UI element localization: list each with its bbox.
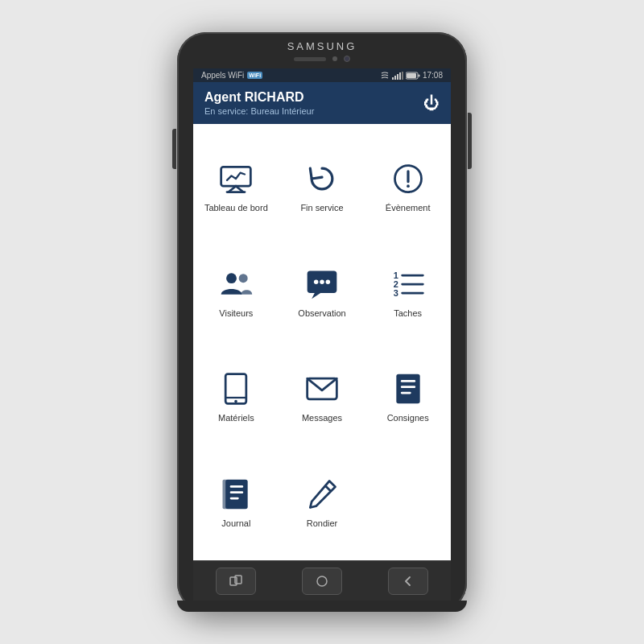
- list-icon: 1 2 3: [389, 265, 427, 303]
- phone-bottom-edge: [177, 601, 467, 612]
- svg-point-18: [320, 279, 324, 284]
- svg-text:3: 3: [393, 287, 398, 297]
- menu-item-consignes[interactable]: Consignes: [365, 342, 451, 448]
- menu-grid: Tableau de bord Fin service: [193, 124, 451, 560]
- menu-label-visiteurs: Visiteurs: [219, 308, 253, 318]
- svg-point-28: [234, 400, 237, 403]
- svg-rect-7: [418, 74, 419, 76]
- svg-point-12: [407, 185, 410, 188]
- svg-rect-37: [230, 491, 244, 493]
- menu-label-journal: Journal: [221, 518, 250, 528]
- menu-item-evenement[interactable]: Évènement: [365, 132, 451, 237]
- menu-item-messages[interactable]: Messages: [279, 342, 365, 448]
- svg-rect-2: [397, 74, 398, 80]
- phone-screen: Appels WiFi WiFi: [193, 68, 451, 560]
- svg-point-19: [326, 279, 331, 284]
- header-text: Agent RICHARD En service: Bureau Intérie…: [204, 90, 423, 116]
- svg-rect-6: [407, 73, 416, 78]
- menu-label-fin-service: Fin service: [300, 203, 343, 213]
- svg-rect-3: [399, 72, 401, 80]
- svg-rect-0: [392, 77, 394, 80]
- battery-icon: [406, 72, 420, 80]
- svg-rect-30: [396, 374, 419, 404]
- nfc-icon: [380, 72, 390, 80]
- svg-rect-1: [394, 76, 396, 80]
- phone-device: SAMSUNG Appels WiFi WiFi: [177, 32, 467, 612]
- agent-status: En service: Bureau Intérieur: [204, 106, 423, 116]
- agent-name: Agent RICHARD: [204, 90, 423, 105]
- menu-item-materiels[interactable]: Matériels: [193, 342, 279, 448]
- svg-rect-34: [225, 479, 248, 509]
- svg-rect-31: [400, 380, 415, 382]
- power-button[interactable]: ⏻: [423, 94, 440, 113]
- menu-item-fin-service[interactable]: Fin service: [279, 132, 365, 237]
- svg-point-17: [314, 279, 319, 284]
- svg-point-14: [239, 274, 248, 283]
- users-icon: [217, 265, 255, 303]
- journal-icon: [217, 475, 255, 514]
- undo-icon: [303, 159, 341, 198]
- signal-icon: [392, 72, 403, 80]
- samsung-logo: SAMSUNG: [287, 40, 357, 52]
- menu-item-rondier[interactable]: Rondier: [279, 448, 365, 553]
- chat-icon: [303, 265, 341, 303]
- svg-rect-36: [230, 485, 244, 488]
- menu-label-rondier: Rondier: [307, 518, 338, 528]
- speaker-grille: [294, 57, 326, 61]
- monitor-icon: [217, 159, 255, 198]
- time-display: 17:08: [423, 71, 443, 80]
- svg-rect-33: [400, 392, 411, 394]
- sensor-dot: [332, 56, 337, 61]
- menu-item-journal[interactable]: Journal: [193, 448, 279, 553]
- menu-label-materiels: Matériels: [218, 413, 254, 423]
- top-sensors: [294, 56, 350, 62]
- menu-label-evenement: Évènement: [386, 203, 431, 213]
- svg-rect-32: [400, 386, 415, 389]
- recent-apps-button[interactable]: [216, 568, 256, 595]
- alert-circle-icon: [389, 159, 427, 198]
- camera-dot: [344, 56, 350, 62]
- menu-label-tableau-de-bord: Tableau de bord: [204, 203, 268, 213]
- menu-item-tableau-de-bord[interactable]: Tableau de bord: [193, 132, 279, 237]
- status-right: 17:08: [380, 71, 443, 80]
- app-header: Agent RICHARD En service: Bureau Intérie…: [193, 82, 451, 124]
- svg-point-42: [317, 576, 327, 586]
- calls-wifi-label: Appels WiFi: [201, 71, 244, 80]
- menu-label-messages: Messages: [302, 413, 342, 423]
- menu-label-observation: Observation: [298, 308, 345, 318]
- bottom-nav: [193, 560, 451, 601]
- back-button[interactable]: [388, 568, 428, 595]
- menu-item-visiteurs[interactable]: Visiteurs: [193, 237, 279, 343]
- phone-top: SAMSUNG: [177, 32, 467, 68]
- menu-label-taches: Taches: [394, 308, 422, 318]
- svg-rect-4: [402, 72, 403, 80]
- menu-item-empty: [365, 448, 451, 553]
- tablet-icon: [217, 369, 255, 408]
- svg-line-39: [325, 485, 331, 491]
- svg-rect-35: [223, 479, 229, 509]
- wifi-badge: WiFi: [247, 72, 262, 79]
- svg-rect-26: [225, 374, 246, 404]
- status-left: Appels WiFi WiFi: [201, 71, 262, 80]
- svg-rect-38: [230, 497, 239, 499]
- home-button[interactable]: [302, 568, 342, 595]
- menu-item-observation[interactable]: Observation: [279, 237, 365, 343]
- svg-point-13: [226, 273, 237, 283]
- doc-text-icon: [389, 369, 427, 408]
- svg-rect-8: [221, 167, 251, 187]
- menu-label-consignes: Consignes: [387, 413, 429, 423]
- status-bar: Appels WiFi WiFi: [193, 68, 451, 82]
- svg-marker-16: [312, 293, 320, 299]
- menu-item-taches[interactable]: 1 2 3 Taches: [365, 237, 451, 343]
- pencil-icon: [303, 475, 341, 514]
- mail-icon: [303, 369, 341, 408]
